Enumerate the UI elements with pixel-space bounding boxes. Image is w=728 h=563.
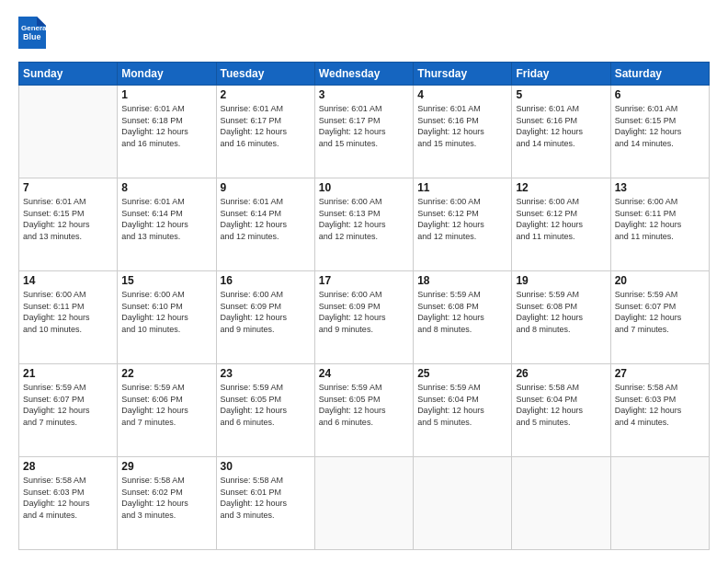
svg-text:General: General	[21, 24, 46, 32]
calendar-cell: 29Sunrise: 5:58 AM Sunset: 6:02 PM Dayli…	[118, 457, 216, 550]
day-number: 17	[319, 274, 409, 287]
day-number: 5	[516, 88, 606, 101]
day-info: Sunrise: 6:01 AM Sunset: 6:17 PM Dayligh…	[221, 103, 311, 149]
weekday-header: Tuesday	[216, 63, 314, 86]
day-number: 23	[221, 367, 311, 380]
day-number: 22	[121, 367, 211, 380]
day-info: Sunrise: 5:59 AM Sunset: 6:04 PM Dayligh…	[417, 382, 507, 428]
calendar-cell: 6Sunrise: 6:01 AM Sunset: 6:15 PM Daylig…	[610, 86, 709, 178]
calendar-cell	[512, 457, 610, 550]
day-number: 12	[516, 181, 606, 194]
calendar-cell: 17Sunrise: 6:00 AM Sunset: 6:09 PM Dayli…	[314, 271, 413, 364]
day-info: Sunrise: 6:00 AM Sunset: 6:09 PM Dayligh…	[319, 289, 409, 335]
calendar-cell: 4Sunrise: 6:01 AM Sunset: 6:16 PM Daylig…	[414, 86, 512, 178]
calendar-cell: 5Sunrise: 6:01 AM Sunset: 6:16 PM Daylig…	[512, 86, 610, 178]
weekday-header: Monday	[118, 63, 216, 86]
weekday-header: Sunday	[19, 63, 118, 86]
day-info: Sunrise: 5:59 AM Sunset: 6:07 PM Dayligh…	[23, 382, 113, 428]
calendar-cell: 7Sunrise: 6:01 AM Sunset: 6:15 PM Daylig…	[19, 178, 118, 271]
calendar-cell: 3Sunrise: 6:01 AM Sunset: 6:17 PM Daylig…	[314, 86, 413, 178]
weekday-header: Wednesday	[314, 63, 413, 86]
calendar-cell: 1Sunrise: 6:01 AM Sunset: 6:18 PM Daylig…	[118, 86, 216, 178]
calendar-cell: 25Sunrise: 5:59 AM Sunset: 6:04 PM Dayli…	[414, 364, 512, 457]
day-info: Sunrise: 5:59 AM Sunset: 6:05 PM Dayligh…	[221, 382, 311, 428]
day-info: Sunrise: 6:01 AM Sunset: 6:18 PM Dayligh…	[121, 103, 211, 149]
svg-text:Blue: Blue	[23, 32, 41, 41]
calendar-cell: 30Sunrise: 5:58 AM Sunset: 6:01 PM Dayli…	[216, 457, 314, 550]
calendar-cell: 26Sunrise: 5:58 AM Sunset: 6:04 PM Dayli…	[512, 364, 610, 457]
calendar-week-row: 14Sunrise: 6:00 AM Sunset: 6:11 PM Dayli…	[19, 271, 710, 364]
calendar-week-row: 1Sunrise: 6:01 AM Sunset: 6:18 PM Daylig…	[19, 86, 710, 178]
day-number: 1	[121, 88, 211, 101]
day-info: Sunrise: 6:00 AM Sunset: 6:10 PM Dayligh…	[121, 289, 211, 335]
calendar-cell: 18Sunrise: 5:59 AM Sunset: 6:08 PM Dayli…	[414, 271, 512, 364]
day-number: 4	[417, 88, 507, 101]
day-info: Sunrise: 5:58 AM Sunset: 6:01 PM Dayligh…	[221, 475, 311, 521]
day-info: Sunrise: 6:00 AM Sunset: 6:09 PM Dayligh…	[221, 289, 311, 335]
day-number: 24	[319, 367, 409, 380]
day-info: Sunrise: 5:59 AM Sunset: 6:06 PM Dayligh…	[121, 382, 211, 428]
calendar-cell: 22Sunrise: 5:59 AM Sunset: 6:06 PM Dayli…	[118, 364, 216, 457]
calendar-cell: 24Sunrise: 5:59 AM Sunset: 6:05 PM Dayli…	[314, 364, 413, 457]
calendar-cell	[19, 86, 118, 178]
calendar-cell: 23Sunrise: 5:59 AM Sunset: 6:05 PM Dayli…	[216, 364, 314, 457]
day-info: Sunrise: 6:00 AM Sunset: 6:12 PM Dayligh…	[417, 196, 507, 242]
day-number: 6	[615, 88, 705, 101]
day-info: Sunrise: 5:59 AM Sunset: 6:07 PM Dayligh…	[615, 289, 705, 335]
logo-icon: General Blue	[18, 17, 46, 49]
day-info: Sunrise: 5:58 AM Sunset: 6:04 PM Dayligh…	[516, 382, 606, 428]
day-number: 30	[221, 460, 311, 473]
calendar-cell: 8Sunrise: 6:01 AM Sunset: 6:14 PM Daylig…	[118, 178, 216, 271]
day-number: 20	[615, 274, 705, 287]
day-info: Sunrise: 6:01 AM Sunset: 6:17 PM Dayligh…	[319, 103, 409, 149]
weekday-header: Saturday	[610, 63, 709, 86]
day-number: 28	[23, 460, 113, 473]
day-number: 11	[417, 181, 507, 194]
calendar-cell: 13Sunrise: 6:00 AM Sunset: 6:11 PM Dayli…	[610, 178, 709, 271]
day-info: Sunrise: 6:01 AM Sunset: 6:16 PM Dayligh…	[417, 103, 507, 149]
page: General Blue SundayMondayTuesdayWednesda…	[0, 0, 728, 563]
calendar-cell: 20Sunrise: 5:59 AM Sunset: 6:07 PM Dayli…	[610, 271, 709, 364]
calendar-cell: 9Sunrise: 6:01 AM Sunset: 6:14 PM Daylig…	[216, 178, 314, 271]
calendar-cell: 16Sunrise: 6:00 AM Sunset: 6:09 PM Dayli…	[216, 271, 314, 364]
day-info: Sunrise: 5:59 AM Sunset: 6:08 PM Dayligh…	[417, 289, 507, 335]
day-number: 26	[516, 367, 606, 380]
calendar-cell	[414, 457, 512, 550]
calendar-cell: 2Sunrise: 6:01 AM Sunset: 6:17 PM Daylig…	[216, 86, 314, 178]
calendar-cell	[314, 457, 413, 550]
day-info: Sunrise: 5:59 AM Sunset: 6:05 PM Dayligh…	[319, 382, 409, 428]
calendar-cell: 10Sunrise: 6:00 AM Sunset: 6:13 PM Dayli…	[314, 178, 413, 271]
day-info: Sunrise: 5:58 AM Sunset: 6:03 PM Dayligh…	[615, 382, 705, 428]
day-number: 16	[221, 274, 311, 287]
calendar-cell: 19Sunrise: 5:59 AM Sunset: 6:08 PM Dayli…	[512, 271, 610, 364]
day-info: Sunrise: 5:59 AM Sunset: 6:08 PM Dayligh…	[516, 289, 606, 335]
day-info: Sunrise: 6:00 AM Sunset: 6:11 PM Dayligh…	[23, 289, 113, 335]
day-number: 9	[221, 181, 311, 194]
day-number: 15	[121, 274, 211, 287]
day-info: Sunrise: 6:00 AM Sunset: 6:11 PM Dayligh…	[615, 196, 705, 242]
day-info: Sunrise: 6:00 AM Sunset: 6:13 PM Dayligh…	[319, 196, 409, 242]
day-number: 27	[615, 367, 705, 380]
calendar-cell	[610, 457, 709, 550]
calendar-cell: 15Sunrise: 6:00 AM Sunset: 6:10 PM Dayli…	[118, 271, 216, 364]
day-info: Sunrise: 5:58 AM Sunset: 6:02 PM Dayligh…	[121, 475, 211, 521]
logo: General Blue	[18, 17, 46, 52]
day-number: 14	[23, 274, 113, 287]
day-number: 10	[319, 181, 409, 194]
calendar-cell: 14Sunrise: 6:00 AM Sunset: 6:11 PM Dayli…	[19, 271, 118, 364]
day-number: 25	[417, 367, 507, 380]
calendar-cell: 12Sunrise: 6:00 AM Sunset: 6:12 PM Dayli…	[512, 178, 610, 271]
header: General Blue	[18, 17, 710, 52]
day-number: 8	[121, 181, 211, 194]
day-number: 2	[221, 88, 311, 101]
calendar-week-row: 7Sunrise: 6:01 AM Sunset: 6:15 PM Daylig…	[19, 178, 710, 271]
weekday-header: Thursday	[414, 63, 512, 86]
day-number: 13	[615, 181, 705, 194]
day-info: Sunrise: 5:58 AM Sunset: 6:03 PM Dayligh…	[23, 475, 113, 521]
day-number: 19	[516, 274, 606, 287]
day-number: 7	[23, 181, 113, 194]
day-number: 3	[319, 88, 409, 101]
day-info: Sunrise: 6:01 AM Sunset: 6:15 PM Dayligh…	[23, 196, 113, 242]
day-info: Sunrise: 6:01 AM Sunset: 6:14 PM Dayligh…	[121, 196, 211, 242]
calendar-cell: 27Sunrise: 5:58 AM Sunset: 6:03 PM Dayli…	[610, 364, 709, 457]
